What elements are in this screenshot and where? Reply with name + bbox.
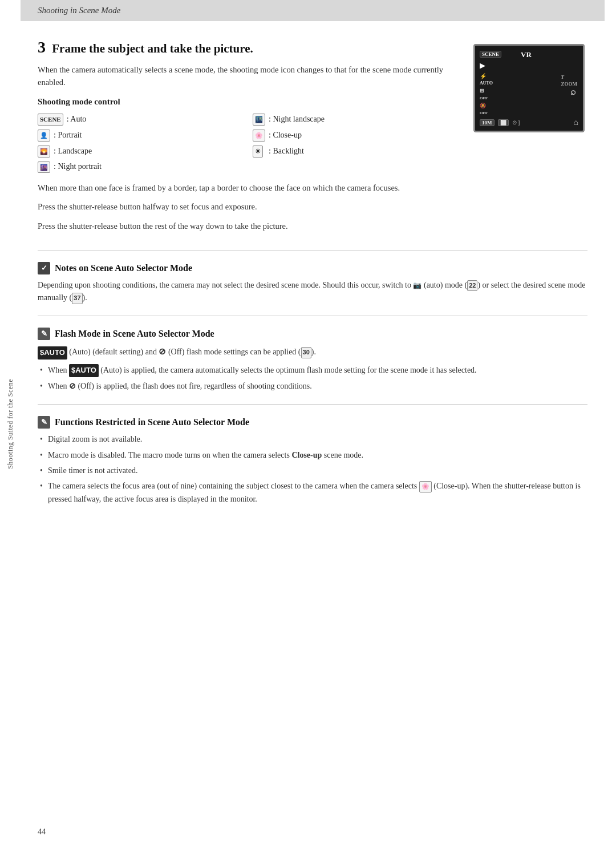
mode-portrait: 👤 : Portrait — [38, 128, 241, 142]
note-scene-auto: ✓ Notes on Scene Auto Selector Mode Depe… — [38, 262, 587, 305]
ref-22: 22 — [467, 280, 477, 292]
cam-play-icon: ▶ — [480, 62, 485, 70]
page-header: Shooting in Scene Mode — [21, 0, 605, 21]
cam-bottom-row: 10M ⬜ ⊙ ] — [480, 119, 578, 126]
off-icon: ⊘ — [69, 382, 76, 390]
mode-label-night-portrait: : Night portrait — [54, 160, 102, 173]
body-text-1: When more than one face is framed by a b… — [38, 181, 456, 195]
page-number: 44 — [38, 827, 46, 837]
shooting-mode-control-heading: Shooting mode control — [38, 97, 456, 107]
note-flash-mode-header: ✎ Flash Mode in Scene Auto Selector Mode — [38, 328, 587, 340]
mode-backlight: ☀ : Backlight — [253, 144, 456, 158]
mode-landscape: 🌄 : Landscape — [38, 144, 241, 158]
pencil-icon: ✎ — [38, 328, 50, 340]
flash-bullet-2: When ⊘ (Off) is applied, the flash does … — [38, 380, 587, 393]
mode-icon-night-landscape: 🌃 — [253, 113, 265, 126]
note-functions-body: Digital zoom is not available. Macro mod… — [38, 433, 587, 506]
mode-label-backlight: : Backlight — [269, 144, 304, 158]
step3-number: 3 — [38, 38, 46, 56]
section-divider-3 — [38, 404, 587, 405]
mode-night-landscape: 🌃 : Night landscape — [253, 112, 456, 126]
mode-icon-night-portrait: 🌆 — [38, 160, 50, 173]
fauto-icon: $AUTO — [38, 346, 67, 360]
mode-closeup: 🌸 : Close-up — [253, 128, 456, 142]
step3-section: 3 Frame the subject and take the picture… — [38, 38, 587, 239]
section-divider-2 — [38, 316, 587, 316]
note-flash-mode-text: $AUTO (Auto) (default setting) and ⊘ (Of… — [38, 345, 587, 359]
cam-quality: ⊙ ] — [512, 119, 520, 126]
sidebar-label: Shooting Suited for the Scene — [6, 379, 15, 469]
camera-screen: SCENE VR ▶ ⚡AUTO T ZOOM ⊞OFF ⌕ — [473, 44, 585, 132]
mode-empty — [253, 160, 456, 173]
note-functions-header: ✎ Functions Restricted in Scene Auto Sel… — [38, 416, 587, 429]
closeup-inline-icon: 🌸 — [419, 481, 432, 492]
sidebar: Shooting Suited for the Scene — [0, 0, 21, 848]
note-scene-auto-title: Notes on Scene Auto Selector Mode — [55, 263, 192, 273]
section-divider-1 — [38, 250, 587, 251]
body-text-2: Press the shutter-release button halfway… — [38, 200, 456, 213]
cam-zoom-w-icon: ⌕ — [570, 87, 576, 97]
func-bullet-4: The camera selects the focus area (out o… — [38, 480, 587, 506]
step3-description: When the camera automatically selects a … — [38, 63, 456, 89]
cam-nb-icon: 🔕OFF — [480, 102, 488, 115]
mode-icon-closeup: 🌸 — [253, 128, 265, 141]
functions-bullets: Digital zoom is not available. Macro mod… — [38, 433, 587, 506]
mode-label-auto: : Auto — [67, 112, 87, 126]
func-bullet-2: Macro mode is disabled. The macro mode t… — [38, 449, 587, 462]
cam-home-icon: ⌂ — [574, 118, 578, 127]
flash-mode-bullets: When $AUTO (Auto) is applied, the camera… — [38, 364, 587, 393]
mode-label-landscape: : Landscape — [54, 144, 92, 158]
mode-icon-portrait: 👤 — [38, 128, 50, 141]
checkmark-icon: ✓ — [38, 262, 50, 274]
flash-bullet-1: When $AUTO (Auto) is applied, the camera… — [38, 364, 587, 377]
mode-auto: SCENE : Auto — [38, 112, 241, 126]
mode-icon-auto: SCENE — [38, 113, 63, 126]
main-content: Shooting in Scene Mode 3 Frame the subje… — [21, 0, 616, 848]
cam-10m: 10M — [480, 119, 495, 126]
note-flash-mode-body: $AUTO (Auto) (default setting) and ⊘ (Of… — [38, 345, 587, 393]
mode-label-portrait: : Portrait — [54, 128, 82, 142]
note-flash-mode: ✎ Flash Mode in Scene Auto Selector Mode… — [38, 328, 587, 393]
cam-ratio: ⬜ — [498, 119, 509, 126]
cam-zoom-t-icon: T ZOOM — [561, 73, 578, 87]
func-bullet-1: Digital zoom is not available. — [38, 433, 587, 446]
mode-label-night-landscape: : Night landscape — [269, 112, 325, 126]
cam-scene-icon: SCENE — [480, 50, 501, 58]
mode-grid: SCENE : Auto 🌃 : Night landscape — [38, 112, 456, 173]
body-text-3: Press the shutter-release button the res… — [38, 220, 456, 233]
note-functions: ✎ Functions Restricted in Scene Auto Sel… — [38, 416, 587, 506]
mode-icon-landscape: 🌄 — [38, 144, 50, 157]
note-scene-auto-text: Depending upon shooting conditions, the … — [38, 279, 587, 305]
header-title: Shooting in Scene Mode — [38, 6, 120, 15]
func-bullet-3: Smile timer is not activated. — [38, 465, 587, 477]
ref-30: 30 — [301, 347, 311, 358]
note-scene-auto-body: Depending upon shooting conditions, the … — [38, 279, 587, 305]
ref-37: 37 — [72, 293, 82, 304]
fauto-bullet-icon: $AUTO — [69, 364, 99, 377]
pencil-icon-2: ✎ — [38, 416, 50, 429]
step3-title: Frame the subject and take the picture. — [52, 42, 253, 55]
step3-content: 3 Frame the subject and take the picture… — [38, 38, 456, 239]
cam-auto-icon: 📷 — [413, 281, 422, 289]
cam-vr-icon: VR — [521, 50, 532, 59]
cam-flash-icon: ⚡AUTO — [480, 73, 493, 86]
note-flash-mode-title: Flash Mode in Scene Auto Selector Mode — [55, 329, 214, 339]
mode-night-portrait: 🌆 : Night portrait — [38, 160, 241, 173]
note-scene-auto-header: ✓ Notes on Scene Auto Selector Mode — [38, 262, 587, 274]
mode-label-closeup: : Close-up — [269, 128, 302, 142]
step3-heading: 3 Frame the subject and take the picture… — [38, 38, 456, 56]
camera-display: SCENE VR ▶ ⚡AUTO T ZOOM ⊞OFF ⌕ — [473, 44, 587, 239]
note-functions-title: Functions Restricted in Scene Auto Selec… — [55, 417, 249, 427]
cam-bst-icon: ⊞OFF — [480, 87, 488, 100]
mode-icon-backlight: ☀ — [253, 144, 265, 157]
